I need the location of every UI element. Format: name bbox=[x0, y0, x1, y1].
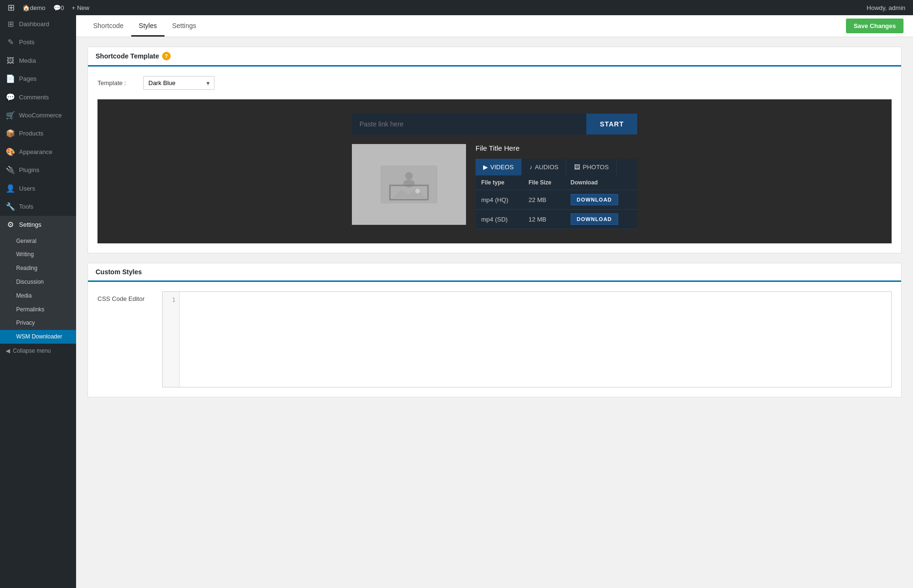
save-button[interactable]: Save Changes bbox=[846, 19, 903, 33]
svg-point-4 bbox=[415, 189, 420, 193]
submenu-item-reading[interactable]: Reading bbox=[0, 261, 76, 275]
wp-logo[interactable]: ⊞ bbox=[4, 0, 19, 15]
submenu-item-permalinks[interactable]: Permalinks bbox=[0, 303, 76, 317]
comments-nav-icon: 💬 bbox=[6, 92, 15, 103]
widget-inner: START bbox=[352, 114, 637, 229]
svg-point-2 bbox=[403, 180, 415, 187]
thumbnail-box bbox=[352, 144, 466, 225]
collapse-icon: ◀ bbox=[6, 347, 10, 354]
admin-bar: ⊞ 🏠 demo 💬 0 + New Howdy, admin bbox=[0, 0, 913, 15]
submenu-item-media[interactable]: Media bbox=[0, 289, 76, 303]
audio-icon: ♪ bbox=[529, 164, 533, 171]
file-type-hq: mp4 (HQ) bbox=[476, 190, 523, 210]
media-tab-photos[interactable]: 🖼 PHOTOS bbox=[566, 159, 617, 175]
tab-styles[interactable]: Styles bbox=[131, 16, 165, 37]
posts-icon: ✎ bbox=[6, 37, 15, 48]
settings-icon: ⚙ bbox=[6, 220, 15, 230]
sidebar-item-posts[interactable]: ✎ Posts bbox=[0, 33, 76, 51]
line-numbers: 1 bbox=[163, 292, 180, 387]
sidebar-item-woocommerce[interactable]: 🛒 WooCommerce bbox=[0, 106, 76, 125]
url-row: START bbox=[352, 114, 637, 135]
template-select-wrapper: Dark Blue Light Blue Gray Red ▼ bbox=[143, 76, 214, 90]
collapse-menu[interactable]: ◀ Collapse menu bbox=[0, 344, 76, 358]
col-file-size: File Size bbox=[523, 175, 564, 190]
comments-link[interactable]: 💬 0 bbox=[49, 0, 68, 15]
sidebar-item-appearance[interactable]: 🎨 Appearance bbox=[0, 143, 76, 161]
right-panel: File Title Here ▶ VIDEOS ♪ bbox=[476, 144, 637, 229]
tab-settings[interactable]: Settings bbox=[165, 16, 204, 37]
file-type-sd: mp4 (SD) bbox=[476, 210, 523, 229]
site-name[interactable]: 🏠 demo bbox=[19, 0, 49, 15]
shortcode-template-section: Shortcode Template ? Template : Dark Blu… bbox=[87, 47, 902, 253]
template-label: Template : bbox=[97, 79, 136, 87]
tools-icon: 🔧 bbox=[6, 202, 15, 212]
media-tab-videos[interactable]: ▶ VIDEOS bbox=[476, 159, 522, 175]
layout: ⊞ Dashboard ✎ Posts 🖼 Media 📄 Pages 💬 Co… bbox=[0, 15, 913, 588]
col-download: Download bbox=[565, 175, 637, 190]
submenu-item-writing[interactable]: Writing bbox=[0, 248, 76, 261]
shortcode-template-body: Template : Dark Blue Light Blue Gray Red… bbox=[88, 67, 901, 253]
download-button-hq[interactable]: DOWNLOAD bbox=[571, 194, 618, 205]
thumbnail-placeholder-svg bbox=[380, 165, 437, 203]
css-editor-wrapper: 1 bbox=[162, 291, 892, 387]
pages-icon: 📄 bbox=[6, 74, 15, 84]
media-tab-audios[interactable]: ♪ AUDIOS bbox=[522, 159, 566, 175]
submenu-item-wsm-downloader[interactable]: WSM Downloader bbox=[0, 330, 76, 344]
sidebar-item-users[interactable]: 👤 Users bbox=[0, 180, 76, 198]
appearance-icon: 🎨 bbox=[6, 147, 15, 157]
sidebar-item-media[interactable]: 🖼 Media bbox=[0, 52, 76, 70]
table-row: mp4 (HQ) 22 MB DOWNLOAD bbox=[476, 190, 637, 210]
help-icon[interactable]: ? bbox=[162, 52, 171, 60]
dashboard-icon: ⊞ bbox=[6, 19, 15, 29]
photo-icon: 🖼 bbox=[574, 164, 580, 171]
users-icon: 👤 bbox=[6, 183, 15, 194]
sidebar-item-tools[interactable]: 🔧 Tools bbox=[0, 198, 76, 216]
sidebar-item-pages[interactable]: 📄 Pages bbox=[0, 70, 76, 88]
download-button-sd[interactable]: DOWNLOAD bbox=[571, 213, 618, 225]
content-area: Shortcode Template ? Template : Dark Blu… bbox=[76, 37, 913, 416]
submenu-item-discussion[interactable]: Discussion bbox=[0, 275, 76, 289]
plugins-icon: 🔌 bbox=[6, 165, 15, 175]
products-icon: 📦 bbox=[6, 128, 15, 139]
url-input[interactable] bbox=[352, 114, 586, 135]
custom-styles-section: Custom Styles CSS Code Editor 1 bbox=[87, 263, 902, 397]
home-icon: 🏠 bbox=[22, 4, 30, 11]
sidebar-item-plugins[interactable]: 🔌 Plugins bbox=[0, 161, 76, 179]
sidebar: ⊞ Dashboard ✎ Posts 🖼 Media 📄 Pages 💬 Co… bbox=[0, 15, 76, 588]
template-row: Template : Dark Blue Light Blue Gray Red… bbox=[97, 76, 892, 90]
template-select[interactable]: Dark Blue Light Blue Gray Red bbox=[143, 76, 214, 90]
top-bar: Shortcode Styles Settings Save Changes bbox=[76, 15, 913, 37]
download-cell-sd: DOWNLOAD bbox=[565, 210, 637, 229]
new-content[interactable]: + New bbox=[68, 0, 93, 15]
user-greeting: Howdy, admin bbox=[863, 0, 909, 15]
preview-container: START bbox=[97, 99, 892, 243]
custom-styles-body: CSS Code Editor 1 bbox=[88, 282, 901, 397]
sidebar-item-products[interactable]: 📦 Products bbox=[0, 125, 76, 143]
css-code-editor[interactable] bbox=[180, 292, 891, 387]
css-label: CSS Code Editor bbox=[97, 291, 155, 302]
sidebar-item-dashboard[interactable]: ⊞ Dashboard bbox=[0, 15, 76, 33]
video-icon: ▶ bbox=[483, 164, 488, 171]
table-row: mp4 (SD) 12 MB DOWNLOAD bbox=[476, 210, 637, 229]
svg-point-1 bbox=[405, 172, 413, 180]
download-cell-hq: DOWNLOAD bbox=[565, 190, 637, 210]
wordpress-icon: ⊞ bbox=[8, 2, 15, 13]
settings-submenu: General Writing Reading Discussion Media… bbox=[0, 234, 76, 344]
start-button[interactable]: START bbox=[586, 114, 637, 135]
media-tabs: ▶ VIDEOS ♪ AUDIOS 🖼 bbox=[476, 159, 637, 175]
content-row: File Title Here ▶ VIDEOS ♪ bbox=[352, 144, 637, 229]
css-editor-row: CSS Code Editor 1 bbox=[97, 291, 892, 387]
file-size-sd: 12 MB bbox=[523, 210, 564, 229]
media-icon: 🖼 bbox=[6, 56, 15, 66]
custom-styles-header: Custom Styles bbox=[88, 263, 901, 282]
file-size-hq: 22 MB bbox=[523, 190, 564, 210]
comments-icon: 💬 bbox=[53, 4, 61, 11]
sidebar-item-settings[interactable]: ⚙ Settings bbox=[0, 216, 76, 234]
file-title: File Title Here bbox=[476, 144, 637, 152]
submenu-item-privacy[interactable]: Privacy bbox=[0, 316, 76, 330]
sidebar-item-comments[interactable]: 💬 Comments bbox=[0, 88, 76, 106]
submenu-item-general[interactable]: General bbox=[0, 234, 76, 248]
woocommerce-icon: 🛒 bbox=[6, 110, 15, 121]
media-table: File type File Size Download mp4 (HQ) bbox=[476, 175, 637, 229]
tab-shortcode[interactable]: Shortcode bbox=[86, 16, 131, 37]
